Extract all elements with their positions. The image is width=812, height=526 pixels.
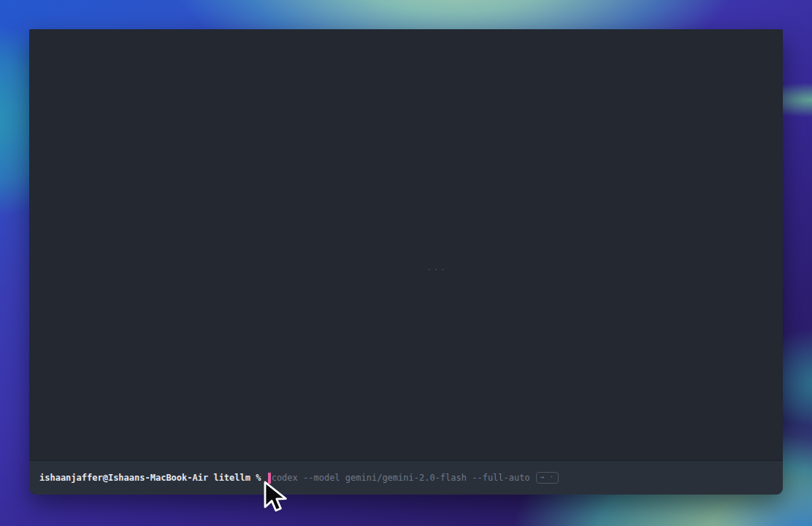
autosuggestion-text: codex --model gemini/gemini-2.0-flash --… (272, 472, 530, 484)
accept-suggestion-hint-badge: → · (536, 472, 559, 484)
shell-prompt: ishaanjaffer@Ishaans-MacBook-Air litellm… (39, 472, 261, 484)
terminal-window[interactable]: ··· ishaanjaffer@Ishaans-MacBook-Air lit… (29, 29, 783, 495)
text-cursor-caret (268, 473, 271, 484)
prompt-space (261, 472, 266, 484)
terminal-input-bar[interactable]: ishaanjaffer@Ishaans-MacBook-Air litellm… (29, 460, 783, 495)
terminal-output-area[interactable]: ··· (29, 29, 783, 460)
loading-dots: ··· (426, 264, 447, 275)
